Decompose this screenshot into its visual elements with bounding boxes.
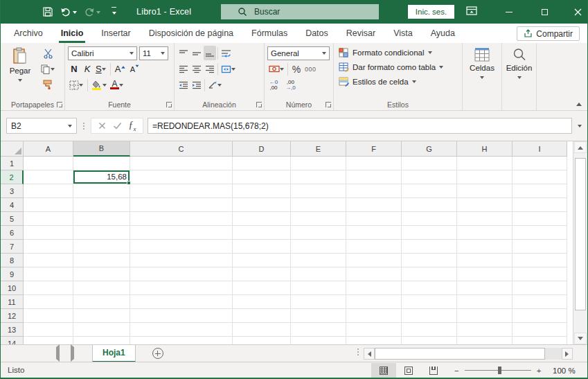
row-header-10[interactable]: 10	[1, 281, 24, 295]
cell-I5[interactable]	[513, 212, 567, 226]
cell-A13[interactable]	[24, 323, 73, 337]
cell-I3[interactable]	[513, 184, 567, 198]
tab-insertar[interactable]: Insertar	[92, 24, 139, 43]
cell-A11[interactable]	[24, 295, 73, 309]
cell-I8[interactable]	[513, 254, 567, 267]
scroll-up-button[interactable]	[574, 141, 587, 153]
merge-center-button[interactable]	[220, 62, 237, 76]
cell-E6[interactable]	[291, 226, 346, 240]
cell-H10[interactable]	[457, 281, 513, 295]
cell-E1[interactable]	[291, 157, 346, 170]
cell-I10[interactable]	[513, 281, 567, 295]
zoom-slider[interactable]	[465, 370, 531, 371]
cell-I1[interactable]	[513, 157, 567, 170]
align-bottom-button[interactable]	[204, 46, 216, 60]
orientation-chevron-icon[interactable]	[217, 84, 222, 89]
row-header-9[interactable]: 9	[1, 267, 24, 281]
cell-G11[interactable]	[402, 295, 457, 309]
cell-C14[interactable]	[130, 337, 233, 344]
cell-A1[interactable]	[24, 157, 73, 170]
cell-E2[interactable]	[291, 170, 346, 184]
tab-inicio[interactable]: Inicio	[52, 24, 93, 43]
cell-C13[interactable]	[130, 323, 233, 337]
copy-chevron-icon[interactable]	[51, 68, 55, 73]
cell-C9[interactable]	[130, 267, 233, 281]
fill-color-chevron-icon[interactable]	[103, 84, 107, 89]
cell-D10[interactable]	[233, 281, 291, 295]
cell-E4[interactable]	[291, 198, 346, 212]
row-header-13[interactable]: 13	[1, 323, 24, 337]
cell-H12[interactable]	[457, 309, 513, 323]
cell-A14[interactable]	[24, 337, 73, 344]
cell-G4[interactable]	[402, 198, 457, 212]
cell-H7[interactable]	[457, 240, 513, 254]
page-break-view-button[interactable]	[421, 363, 446, 378]
cell-D2[interactable]	[233, 170, 291, 184]
cell-E5[interactable]	[291, 212, 346, 226]
cell-G13[interactable]	[402, 323, 457, 337]
column-header-I[interactable]: I	[513, 141, 567, 157]
cell-F10[interactable]	[346, 281, 402, 295]
cell-B10[interactable]	[73, 281, 130, 295]
cell-C10[interactable]	[130, 281, 233, 295]
zoom-out-button[interactable]: −	[454, 367, 459, 375]
name-box-chevron-icon[interactable]	[68, 125, 72, 130]
cell-B12[interactable]	[73, 309, 130, 323]
cell-I4[interactable]	[513, 198, 567, 212]
row-header-11[interactable]: 11	[1, 295, 24, 309]
cell-C5[interactable]	[130, 212, 233, 226]
column-header-G[interactable]: G	[402, 141, 457, 157]
orientation-button[interactable]	[206, 78, 223, 92]
tab-revisar[interactable]: Revisar	[337, 24, 384, 43]
cell-D6[interactable]	[233, 226, 291, 240]
cell-C2[interactable]	[130, 170, 233, 184]
underline-button[interactable]: S	[94, 62, 107, 76]
accounting-chevron-icon[interactable]	[280, 68, 284, 73]
font-name-combo[interactable]: Calibri	[68, 46, 137, 60]
cell-A12[interactable]	[24, 309, 73, 323]
cell-A9[interactable]	[24, 267, 73, 281]
cell-F14[interactable]	[346, 337, 402, 344]
cell-A7[interactable]	[24, 240, 73, 254]
cell-C4[interactable]	[130, 198, 233, 212]
cell-I2[interactable]	[513, 170, 567, 184]
bold-button[interactable]: N	[68, 62, 80, 76]
decrease-font-button[interactable]: A	[128, 62, 141, 76]
cell-B13[interactable]	[73, 323, 130, 337]
merge-center-chevron-icon[interactable]	[231, 68, 235, 73]
underline-chevron-icon[interactable]	[102, 68, 106, 73]
cell-C1[interactable]	[130, 157, 233, 170]
tab-archivo[interactable]: Archivo	[5, 24, 52, 43]
row-header-1[interactable]: 1	[1, 157, 24, 170]
cell-D4[interactable]	[233, 198, 291, 212]
cell-H4[interactable]	[457, 198, 513, 212]
italic-button[interactable]: K	[81, 62, 93, 76]
sheet-tab-hoja1[interactable]: Hoja1	[92, 345, 136, 362]
column-header-E[interactable]: E	[291, 141, 346, 157]
cell-D13[interactable]	[233, 323, 291, 337]
horizontal-scrollbar[interactable]	[364, 348, 573, 360]
tab-ayuda[interactable]: Ayuda	[422, 24, 464, 43]
tab-f-rmulas[interactable]: Fórmulas	[242, 24, 296, 43]
cell-I12[interactable]	[513, 309, 567, 323]
number-format-combo[interactable]: General	[267, 46, 330, 60]
cell-I13[interactable]	[513, 323, 567, 337]
numero-dialog-launcher-icon[interactable]	[326, 102, 331, 107]
cell-F13[interactable]	[346, 323, 402, 337]
cell-A3[interactable]	[24, 184, 73, 198]
cell-G5[interactable]	[402, 212, 457, 226]
percent-style-button[interactable]: %	[290, 62, 303, 76]
cell-I11[interactable]	[513, 295, 567, 309]
column-header-F[interactable]: F	[346, 141, 402, 157]
increase-indent-button[interactable]	[190, 78, 203, 92]
cell-E3[interactable]	[291, 184, 346, 198]
undo-button[interactable]	[59, 5, 78, 19]
formula-bar-grip[interactable]	[83, 123, 84, 130]
cell-B8[interactable]	[73, 254, 130, 267]
row-header-2[interactable]: 2	[1, 170, 24, 184]
alineacion-dialog-launcher-icon[interactable]	[256, 102, 262, 107]
cell-H1[interactable]	[457, 157, 513, 170]
cell-B9[interactable]	[73, 267, 130, 281]
align-top-button[interactable]	[177, 46, 190, 60]
cut-button[interactable]	[39, 46, 56, 61]
